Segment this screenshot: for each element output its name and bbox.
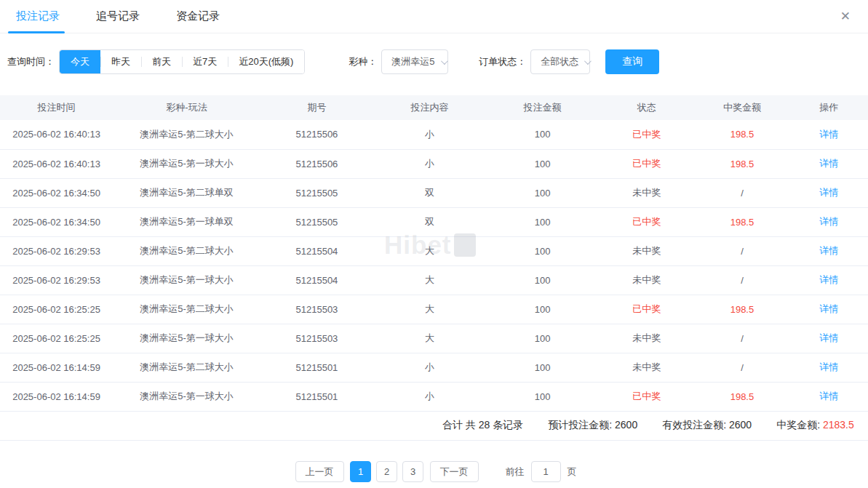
issue-number-cell: 51215504 bbox=[260, 265, 373, 295]
time-filter-button[interactable]: 今天 bbox=[60, 50, 100, 73]
next-page-button[interactable]: 下一页 bbox=[430, 461, 479, 482]
detail-link[interactable]: 详情 bbox=[819, 361, 838, 372]
query-button[interactable]: 查询 bbox=[605, 49, 659, 74]
time-filter-button[interactable]: 前天 bbox=[141, 50, 182, 73]
win-amount-cell: / bbox=[694, 265, 789, 295]
issue-number-cell: 51215505 bbox=[260, 207, 373, 236]
bet-content-cell: 大 bbox=[373, 236, 486, 265]
action-cell: 详情 bbox=[790, 324, 868, 353]
table-row: 2025-06-02 16:34:50 澳洲幸运5-第一球单双 51215505… bbox=[0, 207, 868, 236]
detail-link[interactable]: 详情 bbox=[819, 216, 838, 227]
tab-label: 投注记录 bbox=[16, 9, 60, 22]
detail-link[interactable]: 详情 bbox=[819, 303, 838, 314]
bet-time-cell: 2025-06-02 16:25:25 bbox=[0, 324, 113, 353]
page-number-button[interactable]: 2 bbox=[376, 461, 397, 482]
status-cell: 未中奖 bbox=[599, 353, 694, 382]
status-text: 已中奖 bbox=[632, 303, 661, 314]
status-text: 已中奖 bbox=[632, 391, 661, 401]
status-cell: 已中奖 bbox=[599, 207, 694, 236]
bet-content-cell: 小 bbox=[373, 149, 486, 178]
bet-time-cell: 2025-06-02 16:40:13 bbox=[0, 149, 113, 178]
tab-item[interactable]: 资金记录 bbox=[176, 0, 220, 33]
detail-link[interactable]: 详情 bbox=[819, 274, 838, 285]
order-status-select[interactable]: 全部状态 bbox=[530, 49, 590, 74]
bet-amount-cell: 100 bbox=[486, 382, 599, 411]
time-filter-button[interactable]: 近20天(低频) bbox=[228, 50, 304, 73]
prev-page-button[interactable]: 上一页 bbox=[295, 461, 344, 482]
bet-amount-cell: 100 bbox=[486, 120, 599, 149]
issue-number-cell: 51215506 bbox=[260, 149, 373, 178]
query-time-label: 查询时间： bbox=[7, 55, 55, 68]
lottery-select[interactable]: 澳洲幸运5 bbox=[381, 49, 448, 74]
detail-link[interactable]: 详情 bbox=[819, 129, 838, 140]
table-row: 2025-06-02 16:40:13 澳洲幸运5-第一球大小 51215506… bbox=[0, 149, 868, 178]
action-cell: 详情 bbox=[790, 207, 868, 236]
bet-amount-cell: 100 bbox=[486, 353, 599, 382]
bet-time-cell: 2025-06-02 16:14:59 bbox=[0, 353, 113, 382]
lottery-play-cell: 澳洲幸运5-第一球大小 bbox=[113, 382, 260, 411]
bet-content-cell: 大 bbox=[373, 324, 486, 353]
win-amount-cell: / bbox=[694, 353, 789, 382]
issue-number-cell: 51215506 bbox=[260, 120, 373, 149]
page-number-list: 123 bbox=[348, 461, 426, 482]
goto-page-control: 前往 页 bbox=[506, 461, 577, 482]
detail-link[interactable]: 详情 bbox=[819, 391, 838, 401]
column-header: 投注内容 bbox=[373, 95, 486, 120]
table-row: 2025-06-02 16:25:25 澳洲幸运5-第二球大小 51215503… bbox=[0, 295, 868, 324]
win-amount-text: / bbox=[741, 333, 744, 344]
page-number-button[interactable]: 1 bbox=[350, 461, 371, 482]
tab-item[interactable]: 投注记录 bbox=[16, 0, 60, 33]
status-text: 已中奖 bbox=[632, 129, 661, 140]
lottery-play-cell: 澳洲幸运5-第二球单双 bbox=[113, 178, 260, 207]
action-cell: 详情 bbox=[790, 178, 868, 207]
order-status-label: 订单状态： bbox=[479, 55, 526, 68]
bet-amount-cell: 100 bbox=[486, 324, 599, 353]
summary-row: 合计 共 28 条记录 预计投注金额: 2600 有效投注金额: 2600 中奖… bbox=[0, 412, 868, 441]
issue-number-cell: 51215504 bbox=[260, 236, 373, 265]
status-text: 未中奖 bbox=[632, 332, 661, 343]
table-row: 2025-06-02 16:25:25 澳洲幸运5-第一球大小 51215503… bbox=[0, 324, 868, 353]
time-filter-group: 今天昨天前天近7天近20天(低频) bbox=[59, 49, 305, 74]
status-cell: 已中奖 bbox=[599, 382, 694, 411]
lottery-play-cell: 澳洲幸运5-第一球单双 bbox=[113, 207, 260, 236]
bet-content-cell: 双 bbox=[373, 178, 486, 207]
win-amount-text: 198.5 bbox=[730, 129, 754, 140]
bet-amount-cell: 100 bbox=[486, 265, 599, 295]
lottery-play-cell: 澳洲幸运5-第二球大小 bbox=[113, 353, 260, 382]
bet-records-table: 投注时间彩种-玩法期号投注内容投注金额状态中奖金额操作 2025-06-02 1… bbox=[0, 95, 868, 412]
detail-link[interactable]: 详情 bbox=[819, 187, 838, 198]
action-cell: 详情 bbox=[790, 236, 868, 265]
column-header: 操作 bbox=[790, 95, 868, 120]
detail-link[interactable]: 详情 bbox=[819, 332, 838, 343]
goto-page-input[interactable] bbox=[531, 461, 561, 482]
bet-time-cell: 2025-06-02 16:14:59 bbox=[0, 382, 113, 411]
bet-time-cell: 2025-06-02 16:29:53 bbox=[0, 265, 113, 295]
goto-label: 前往 bbox=[506, 465, 525, 479]
status-text: 已中奖 bbox=[632, 158, 661, 169]
detail-link[interactable]: 详情 bbox=[819, 158, 838, 169]
tab-list: 投注记录 追号记录 资金记录 bbox=[16, 0, 220, 33]
bet-amount-cell: 100 bbox=[486, 149, 599, 178]
goto-unit-label: 页 bbox=[568, 465, 577, 479]
win-amount-cell: / bbox=[694, 236, 789, 265]
win-amount-cell: 198.5 bbox=[694, 120, 789, 149]
time-filter-button[interactable]: 近7天 bbox=[182, 50, 228, 73]
win-amount-cell: 198.5 bbox=[694, 295, 789, 324]
issue-number-cell: 51215501 bbox=[260, 353, 373, 382]
column-header: 中奖金额 bbox=[694, 95, 789, 120]
bet-time-cell: 2025-06-02 16:40:13 bbox=[0, 120, 113, 149]
status-text: 未中奖 bbox=[632, 361, 661, 372]
close-icon[interactable]: ✕ bbox=[839, 9, 852, 24]
bet-time-cell: 2025-06-02 16:34:50 bbox=[0, 178, 113, 207]
action-cell: 详情 bbox=[790, 149, 868, 178]
tab-item[interactable]: 追号记录 bbox=[96, 0, 140, 33]
column-header: 投注金额 bbox=[486, 95, 599, 120]
bet-time-cell: 2025-06-02 16:29:53 bbox=[0, 236, 113, 265]
order-status-value: 全部状态 bbox=[541, 55, 578, 68]
win-amount-text: / bbox=[741, 188, 744, 199]
time-filter-button[interactable]: 昨天 bbox=[100, 50, 141, 73]
detail-link[interactable]: 详情 bbox=[819, 245, 838, 256]
status-cell: 已中奖 bbox=[599, 149, 694, 178]
issue-number-cell: 51215505 bbox=[260, 178, 373, 207]
page-number-button[interactable]: 3 bbox=[402, 461, 423, 482]
